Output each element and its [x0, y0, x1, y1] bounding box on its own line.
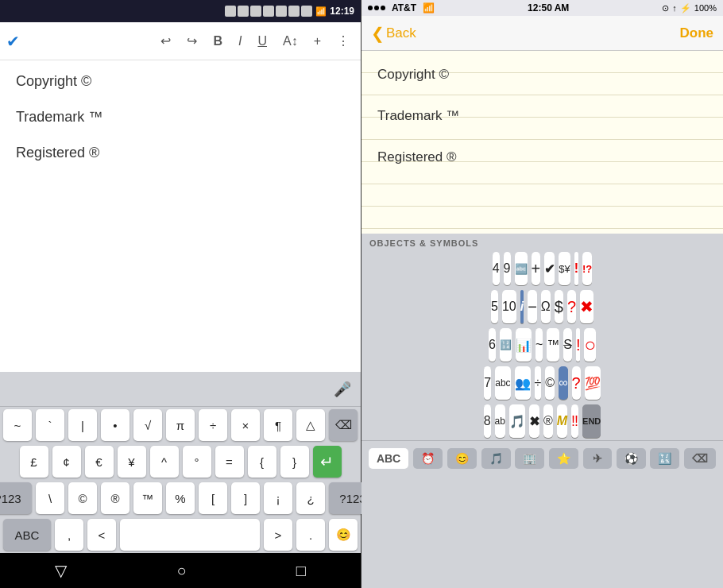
italic-button[interactable]: I: [234, 31, 246, 52]
key-backtick[interactable]: `: [36, 409, 64, 441]
key-abc[interactable]: ABC: [3, 519, 51, 551]
key-lt[interactable]: <: [87, 519, 116, 551]
android-keyboard[interactable]: 🎤 ~ ` | • √ π ÷ × ¶ △ ⌫ £ ¢ € ¥ ^ ° = { …: [0, 372, 361, 553]
checkmark-button[interactable]: ✔: [6, 32, 20, 51]
emoji-key-dblexclaim[interactable]: ‼: [571, 404, 578, 438]
emoji-key-x-red[interactable]: ✖: [580, 290, 593, 323]
emoji-key-people[interactable]: 👥: [515, 366, 531, 400]
emoji-key-question2[interactable]: ?: [572, 366, 581, 400]
key-degree[interactable]: °: [183, 446, 211, 478]
key-euro[interactable]: €: [85, 446, 114, 478]
key-lbrace[interactable]: {: [248, 446, 276, 478]
emoji-key-chart[interactable]: 📊: [516, 328, 532, 362]
key-triangle[interactable]: △: [296, 409, 325, 441]
undo-button[interactable]: ↩: [156, 30, 176, 52]
key-copyright[interactable]: ©: [68, 482, 97, 514]
more-button[interactable]: ⋮: [332, 30, 354, 52]
underline-button[interactable]: U: [253, 31, 272, 52]
key-percent[interactable]: %: [166, 482, 195, 514]
emoji-key-copyright[interactable]: ©: [545, 366, 555, 400]
emoji-key-8[interactable]: 8: [484, 404, 491, 438]
emoji-key-5[interactable]: 5: [491, 290, 498, 323]
bottom-sports-key[interactable]: ⚽: [617, 448, 646, 469]
emoji-key-music[interactable]: 🎵: [509, 404, 525, 438]
bottom-abc-key[interactable]: ABC: [369, 448, 408, 469]
emoji-key-abc-small[interactable]: abc: [495, 366, 510, 400]
key-backslash[interactable]: \: [36, 482, 64, 514]
key-times[interactable]: ×: [231, 409, 260, 441]
redo-button[interactable]: ↪: [182, 30, 202, 52]
emoji-key-dollar-yen[interactable]: $¥: [559, 252, 570, 285]
emoji-key-exclaim2[interactable]: !: [576, 328, 581, 362]
emoji-key-4[interactable]: 4: [493, 252, 500, 285]
key-bullet[interactable]: •: [101, 409, 130, 441]
key-lbracket[interactable]: [: [199, 482, 227, 514]
key-divide[interactable]: ÷: [199, 409, 227, 441]
key-questiondown[interactable]: ¿: [296, 482, 325, 514]
bottom-building-key[interactable]: 🏢: [515, 448, 544, 469]
bottom-star-key[interactable]: ⭐: [549, 448, 578, 469]
emoji-key-check[interactable]: ✔: [544, 252, 555, 285]
emoji-key-info[interactable]: i: [520, 290, 524, 323]
emoji-key-minus[interactable]: −: [528, 290, 537, 323]
key-emoji[interactable]: 😊: [329, 519, 358, 551]
key-gt[interactable]: >: [264, 519, 292, 551]
emoji-key-div[interactable]: ÷: [535, 366, 542, 400]
emoji-key-6[interactable]: 6: [489, 328, 496, 362]
bottom-clock-key[interactable]: ⏰: [413, 448, 443, 469]
emoji-key-plus[interactable]: +: [532, 252, 541, 285]
emoji-key-infinity[interactable]: ∞: [559, 366, 567, 400]
key-backspace[interactable]: ⌫: [329, 409, 358, 441]
key-cent[interactable]: ¢: [52, 446, 81, 478]
ios-done-button[interactable]: Done: [680, 25, 714, 41]
key-caret[interactable]: ^: [150, 446, 179, 478]
nav-recent-button[interactable]: □: [296, 562, 306, 580]
emoji-key-exclaim[interactable]: !: [574, 252, 578, 285]
emoji-key-x[interactable]: ✖: [529, 404, 539, 438]
ios-notes-content[interactable]: Copyright © Trademark ™ Registered ®: [362, 51, 723, 234]
add-button[interactable]: +: [309, 31, 326, 52]
mic-button[interactable]: 🎤: [334, 381, 351, 398]
key-sqrt[interactable]: √: [133, 409, 162, 441]
key-space[interactable]: [120, 519, 260, 551]
emoji-key-abcd[interactable]: 🔤: [515, 252, 528, 285]
key-period[interactable]: .: [296, 519, 325, 551]
emoji-key-1234[interactable]: 🔢: [500, 328, 512, 362]
bottom-plane-key[interactable]: ✈: [583, 448, 612, 469]
key-comma[interactable]: ,: [55, 519, 83, 551]
key-pi[interactable]: π: [166, 409, 195, 441]
emoji-key-7[interactable]: 7: [484, 366, 491, 400]
emoji-key-question[interactable]: ?: [567, 290, 576, 323]
key-rbracket[interactable]: ]: [231, 482, 260, 514]
emoji-key-100[interactable]: 💯: [585, 366, 601, 400]
emoji-key-abcd2[interactable]: ab: [495, 404, 505, 438]
key-trademark[interactable]: ™: [133, 482, 162, 514]
bottom-emoji-key[interactable]: 😊: [447, 448, 477, 469]
bottom-music-key[interactable]: 🎵: [481, 448, 511, 469]
key-123-left[interactable]: ?123: [0, 482, 32, 514]
emoji-key-wavy[interactable]: ~: [535, 328, 543, 362]
emoji-key-circle[interactable]: ○: [584, 328, 596, 362]
android-editor[interactable]: Copyright © Trademark ™ Registered ®: [0, 60, 361, 372]
emoji-key-10[interactable]: 10: [502, 290, 516, 323]
ios-back-button[interactable]: ❮ Back: [371, 24, 416, 43]
emoji-key-m[interactable]: M: [557, 404, 567, 438]
key-pound[interactable]: £: [20, 446, 48, 478]
key-tilde[interactable]: ~: [3, 409, 32, 441]
nav-back-button[interactable]: ▽: [55, 561, 67, 580]
bottom-delete-key[interactable]: ⌫: [684, 448, 716, 469]
emoji-key-end[interactable]: END: [582, 404, 601, 438]
key-yen[interactable]: ¥: [118, 446, 146, 478]
emoji-key-exclaim-q[interactable]: !?: [582, 252, 592, 285]
key-registered[interactable]: ®: [101, 482, 130, 514]
emoji-key-strike[interactable]: S: [563, 328, 572, 362]
emoji-key-registered[interactable]: ®: [543, 404, 553, 438]
emoji-key-dollar[interactable]: $: [555, 290, 563, 323]
bottom-symbols-key[interactable]: 🔣: [650, 448, 679, 469]
text-size-button[interactable]: A↕: [278, 31, 303, 52]
key-enter[interactable]: ↵: [313, 446, 342, 478]
nav-home-button[interactable]: ○: [176, 562, 186, 580]
emoji-key-9[interactable]: 9: [504, 252, 511, 285]
bold-button[interactable]: B: [208, 31, 227, 52]
key-rbrace[interactable]: }: [280, 446, 309, 478]
